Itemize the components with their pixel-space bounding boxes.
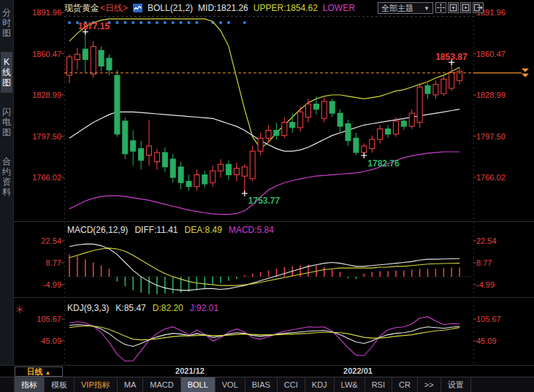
tab-lwr[interactable]: LW&	[335, 377, 365, 392]
axis-label-1891.96: 1891.96	[18, 8, 61, 17]
date-axis: 日线 ▲ 2021/12 2022/01	[0, 365, 534, 377]
tab-boll[interactable]: BOLL	[181, 377, 215, 392]
trading-terminal: 分时图K线图闪电图合约资料 现货黄金 <日线> BOLL(21,2) MID:1…	[0, 0, 534, 392]
sidebar-item-flash-chart[interactable]: 闪电图	[1, 101, 12, 142]
axis-label-22.54: 22.54	[476, 237, 520, 245]
chart-type-icon	[133, 4, 142, 12]
zoom-box-button[interactable]	[448, 2, 459, 13]
triangle-up-icon: ▲	[45, 369, 51, 376]
restore-view-icon	[473, 3, 483, 12]
tab-vip-indicator[interactable]: VIP指标	[75, 377, 118, 392]
sidebar: 分时图K线图闪电图合约资料	[0, 0, 14, 377]
play-box-button[interactable]	[460, 2, 471, 13]
chart-header: 现货黄金 <日线> BOLL(21,2) MID:1821.26 UPPER:1…	[64, 1, 355, 15]
candlestick-layer	[67, 32, 462, 193]
axis-label--4.99: -4.99	[18, 280, 61, 289]
kdj-layer	[69, 317, 459, 361]
boll-lower-value: LOWER	[323, 3, 355, 13]
axis-label-1766.02: 1766.02	[18, 173, 61, 182]
play-box-icon	[461, 3, 470, 12]
tab-macd[interactable]: MACD	[143, 377, 180, 392]
price-annotation-1782.76: 1782.76	[367, 158, 399, 169]
tab-template[interactable]: 模板	[45, 377, 75, 392]
period-label: 日线	[27, 367, 43, 376]
axis-label-1766.02: 1766.02	[476, 173, 520, 182]
restore-view-button[interactable]	[473, 2, 484, 13]
axis-label-8.77: 8.77	[476, 258, 520, 267]
kdj-indicator-label: KDJ(9,3,3) K:85.47 D:82.20 J:92.01	[67, 303, 218, 313]
boll-bands	[69, 19, 459, 215]
indicator-tab-bar: 指标模板VIP指标MAMACDBOLLVOLBIASCCIKDJLW&RSICR…	[0, 377, 534, 392]
zoom-box-icon	[449, 3, 458, 12]
sidebar-item-kline-chart[interactable]: K线图	[1, 52, 12, 93]
theme-dropdown-label: 全部主题	[381, 3, 413, 14]
tab-bias[interactable]: BIAS	[245, 377, 278, 392]
kdj-settings-icon	[17, 306, 23, 313]
axis-label-1860.47: 1860.47	[476, 50, 520, 58]
price-annotation-1753.77: 1753.77	[248, 196, 280, 206]
axis-label-1797.50: 1797.50	[18, 132, 61, 141]
tab-cr[interactable]: CR	[392, 377, 418, 392]
tab-kdj[interactable]: KDJ	[305, 377, 335, 392]
axis-label-1828.99: 1828.99	[476, 91, 520, 99]
boll-upper-value: UPPER:1854.62	[253, 3, 318, 13]
axis-label-22.54: 22.54	[18, 237, 61, 245]
tab-ma[interactable]: MA	[118, 377, 144, 392]
tab-cci[interactable]: CCI	[278, 377, 305, 392]
date-label: 2021/12	[161, 366, 219, 375]
axis-label-1797.50: 1797.50	[476, 132, 520, 141]
macd-macd-value: MACD:5.84	[229, 225, 274, 235]
pan-crosshair-button[interactable]	[435, 2, 446, 13]
macd-title: MACD(26,12,9)	[67, 225, 128, 235]
macd-dea-value: DEA:8.49	[185, 225, 222, 235]
tab-rsi[interactable]: RSI	[365, 377, 392, 392]
axis-label-105.67: 105.67	[476, 315, 520, 323]
kdj-k-value: K:85.47	[115, 303, 145, 313]
tab-more[interactable]: >>	[418, 377, 441, 392]
tab-settings[interactable]: 设置	[441, 377, 471, 392]
pan-crosshair-icon	[436, 3, 446, 12]
tabbar-spacer	[0, 377, 15, 392]
kdj-title: KDJ(9,3,3)	[67, 303, 109, 313]
sidebar-item-time-chart[interactable]: 分时图	[1, 2, 12, 43]
macd-indicator-label: MACD(26,12,9) DIFF:11.41 DEA:8.49 MACD:5…	[67, 225, 274, 235]
axis-label-8.77: 8.77	[18, 258, 61, 267]
axis-label-105.67: 105.67	[18, 315, 61, 323]
tab-indicator[interactable]: 指标	[15, 377, 45, 392]
sidebar-item-contract-info[interactable]: 合约资料	[1, 151, 12, 202]
indicator-name: BOLL(21,2)	[148, 3, 193, 13]
axis-label-45.09: 45.09	[18, 337, 61, 345]
macd-diff-value: DIFF:11.41	[134, 225, 178, 235]
symbol-name: 现货黄金	[64, 2, 99, 15]
kdj-d-value: D:82.20	[153, 303, 183, 313]
axis-label-1828.99: 1828.99	[18, 91, 61, 99]
price-annotation-1853.87: 1853.87	[435, 52, 467, 62]
chevron-down-icon: ▼	[424, 5, 430, 12]
axis-label-45.09: 45.09	[476, 337, 520, 345]
period-tag: <日线>	[100, 2, 128, 15]
kdj-j-value: J:92.01	[190, 303, 218, 313]
macd-layer	[69, 244, 459, 294]
axis-label--4.99: -4.99	[476, 280, 520, 289]
boll-mid-value: MID:1821.26	[198, 3, 248, 13]
tab-vol[interactable]: VOL	[215, 377, 245, 392]
period-selector[interactable]: 日线 ▲	[15, 366, 63, 377]
date-label: 2022/01	[329, 366, 387, 375]
axis-label-1860.47: 1860.47	[18, 50, 61, 58]
theme-dropdown[interactable]: 全部主题 ▼	[378, 2, 433, 14]
price-annotation-1877.15: 1877.15	[78, 21, 110, 31]
